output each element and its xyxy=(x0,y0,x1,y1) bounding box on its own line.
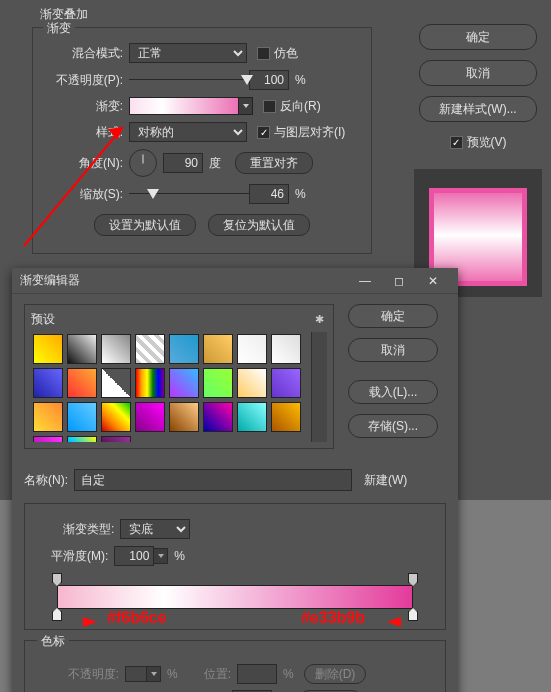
stop-location-input-1 xyxy=(237,664,277,684)
preset-swatch[interactable] xyxy=(101,334,131,364)
cancel-button[interactable]: 取消 xyxy=(419,60,537,86)
preset-swatch[interactable] xyxy=(135,402,165,432)
preset-swatch[interactable] xyxy=(67,334,97,364)
preset-swatch[interactable] xyxy=(33,368,63,398)
minimize-button[interactable]: — xyxy=(348,269,382,293)
gradient-editor-dialog: 渐变编辑器 — ◻ ✕ 预设 确定 取消 载入(L)... xyxy=(12,268,458,692)
preset-swatch[interactable] xyxy=(169,368,199,398)
smooth-dropdown-icon[interactable] xyxy=(154,548,168,564)
preset-swatch[interactable] xyxy=(203,368,233,398)
preset-swatch[interactable] xyxy=(101,368,131,398)
presets-grid xyxy=(31,332,311,442)
presets-panel: 预设 xyxy=(24,304,334,449)
stop-loc-unit-1: % xyxy=(283,667,294,681)
stop-op-unit: % xyxy=(167,667,178,681)
close-button[interactable]: ✕ xyxy=(416,269,450,293)
preset-swatch[interactable] xyxy=(67,402,97,432)
svg-marker-1 xyxy=(110,128,122,138)
preset-swatch[interactable] xyxy=(203,334,233,364)
opacity-stop-right[interactable] xyxy=(408,573,418,583)
preset-swatch[interactable] xyxy=(169,334,199,364)
gradient-settings-box: 渐变类型: 实底 平滑度(M): % #f6b6ce #e33b9b xyxy=(24,503,446,630)
annotation-arrow-right xyxy=(387,617,401,627)
annotation-arrow xyxy=(0,0,410,270)
editor-cancel-button[interactable]: 取消 xyxy=(348,338,438,362)
color-stop-left[interactable] xyxy=(52,611,62,621)
preset-swatch[interactable] xyxy=(33,402,63,432)
presets-scrollbar[interactable] xyxy=(311,332,327,442)
preset-swatch[interactable] xyxy=(237,368,267,398)
editor-ok-button[interactable]: 确定 xyxy=(348,304,438,328)
color-stop-right[interactable] xyxy=(408,611,418,621)
preset-swatch[interactable] xyxy=(67,368,97,398)
preset-swatch[interactable] xyxy=(237,402,267,432)
annotation-left-hex: #f6b6ce xyxy=(107,609,167,627)
opacity-stop-left[interactable] xyxy=(52,573,62,583)
gradient-strip[interactable] xyxy=(57,585,413,609)
stop-opacity-chip xyxy=(125,666,147,682)
name-label: 名称(N): xyxy=(24,472,68,489)
dialog-title: 渐变编辑器 xyxy=(20,272,80,289)
stop-location-label-1: 位置: xyxy=(204,666,231,683)
stops-section: 色标 不透明度: % 位置: % 删除(D) 颜色: 位置: % 删除(D) xyxy=(24,640,446,692)
new-style-button[interactable]: 新建样式(W)... xyxy=(419,96,537,122)
preset-swatch[interactable] xyxy=(67,436,97,442)
preset-swatch[interactable] xyxy=(271,402,301,432)
preset-swatch[interactable] xyxy=(135,368,165,398)
preset-swatch[interactable] xyxy=(101,436,131,442)
annotation-arrow-left xyxy=(83,617,97,627)
annotation-right-hex: #e33b9b xyxy=(301,609,365,627)
stops-title: 色标 xyxy=(37,633,69,650)
stop-opacity-label: 不透明度: xyxy=(57,666,119,683)
preset-swatch[interactable] xyxy=(271,334,301,364)
delete-opacity-stop-button: 删除(D) xyxy=(304,664,367,684)
editor-new-button[interactable]: 新建(W) xyxy=(364,472,446,489)
editor-save-button[interactable]: 存储(S)... xyxy=(348,414,438,438)
type-label: 渐变类型: xyxy=(63,521,114,538)
preset-swatch[interactable] xyxy=(33,436,63,442)
preset-swatch[interactable] xyxy=(271,368,301,398)
svg-line-0 xyxy=(24,128,122,246)
smooth-unit: % xyxy=(174,549,185,563)
presets-label: 预设 xyxy=(31,311,55,328)
ok-button[interactable]: 确定 xyxy=(419,24,537,50)
smooth-label: 平滑度(M): xyxy=(51,548,108,565)
type-select[interactable]: 实底 xyxy=(120,519,190,539)
preset-swatch[interactable] xyxy=(135,334,165,364)
preset-swatch[interactable] xyxy=(237,334,267,364)
editor-load-button[interactable]: 载入(L)... xyxy=(348,380,438,404)
preview-label: 预览(V) xyxy=(467,134,507,151)
preset-swatch[interactable] xyxy=(169,402,199,432)
preset-swatch[interactable] xyxy=(33,334,63,364)
preview-checkbox[interactable] xyxy=(450,136,463,149)
stop-opacity-dd-icon xyxy=(147,666,161,682)
presets-gear-icon[interactable] xyxy=(311,312,327,328)
smooth-input[interactable] xyxy=(114,546,154,566)
preset-swatch[interactable] xyxy=(101,402,131,432)
maximize-button[interactable]: ◻ xyxy=(382,269,416,293)
name-input[interactable] xyxy=(74,469,352,491)
preset-swatch[interactable] xyxy=(203,402,233,432)
